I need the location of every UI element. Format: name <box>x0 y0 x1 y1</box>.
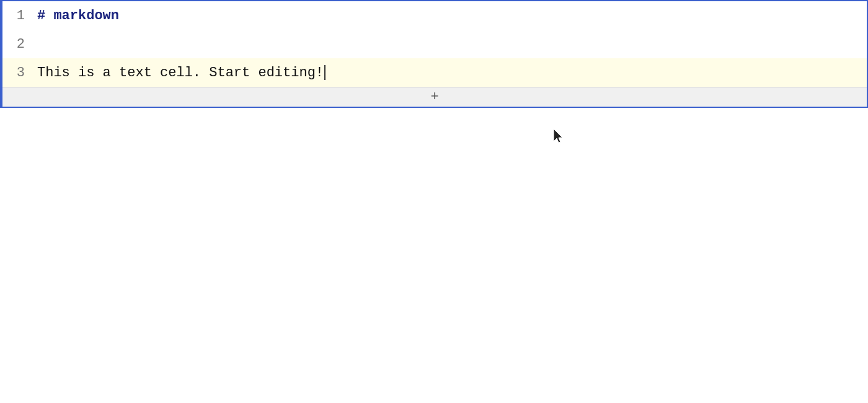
code-line-3[interactable]: 3 This is a text cell. Start editing! <box>2 58 867 87</box>
add-cell-button[interactable]: + <box>430 89 438 105</box>
line-content-2 <box>33 30 867 58</box>
line-number-3: 3 <box>2 58 33 87</box>
line-3-text: This is a text cell. Start editing! <box>37 65 324 81</box>
svg-marker-0 <box>554 129 562 143</box>
line-content-3[interactable]: This is a text cell. Start editing! <box>33 58 867 87</box>
editor-container: 1 # markdown 2 3 This is a text cell. St… <box>0 0 868 403</box>
code-line-2: 2 <box>2 30 867 58</box>
code-cell[interactable]: 1 # markdown 2 3 This is a text cell. St… <box>0 0 868 108</box>
line-number-2: 2 <box>2 30 33 58</box>
mouse-cursor-icon <box>554 129 566 144</box>
line-number-1: 1 <box>2 1 33 30</box>
text-cursor <box>324 65 326 80</box>
code-line-1: 1 # markdown <box>2 1 867 30</box>
add-cell-bar[interactable]: + <box>2 87 867 107</box>
line-content-1: # markdown <box>33 1 867 30</box>
line-1-keyword: # markdown <box>37 8 119 24</box>
